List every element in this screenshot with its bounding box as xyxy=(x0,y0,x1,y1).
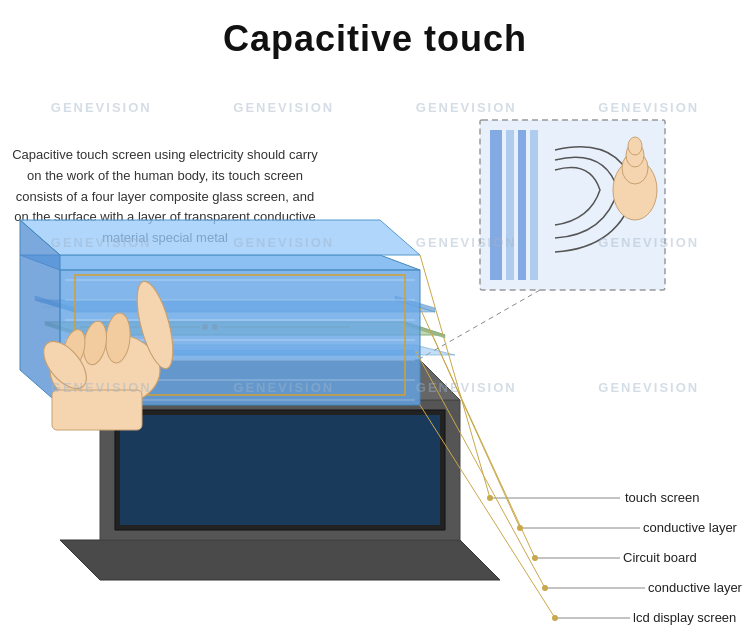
page-container: Capacitive touch GENEVISION GENEVISION G… xyxy=(0,0,750,634)
svg-rect-1 xyxy=(490,130,502,280)
svg-rect-47 xyxy=(52,390,142,430)
svg-text:Circuit board: Circuit board xyxy=(623,550,697,565)
svg-marker-29 xyxy=(20,255,420,270)
svg-point-63 xyxy=(487,495,493,501)
svg-rect-4 xyxy=(530,130,538,280)
svg-marker-10 xyxy=(60,540,500,580)
svg-text:conductive layer: conductive layer xyxy=(643,520,738,535)
main-diagram: touch screen conductive layer Circuit bo… xyxy=(0,60,750,630)
svg-rect-2 xyxy=(506,130,514,280)
svg-point-64 xyxy=(517,525,523,531)
svg-point-66 xyxy=(542,585,548,591)
svg-text:conductive layer: conductive layer xyxy=(648,580,743,595)
svg-point-65 xyxy=(532,555,538,561)
page-title: Capacitive touch xyxy=(0,0,750,60)
svg-text:lcd display screen: lcd display screen xyxy=(633,610,736,625)
svg-point-8 xyxy=(628,137,642,155)
svg-rect-3 xyxy=(518,130,526,280)
svg-text:touch screen: touch screen xyxy=(625,490,699,505)
svg-marker-14 xyxy=(120,415,440,525)
svg-marker-31 xyxy=(20,220,420,255)
svg-point-67 xyxy=(552,615,558,621)
